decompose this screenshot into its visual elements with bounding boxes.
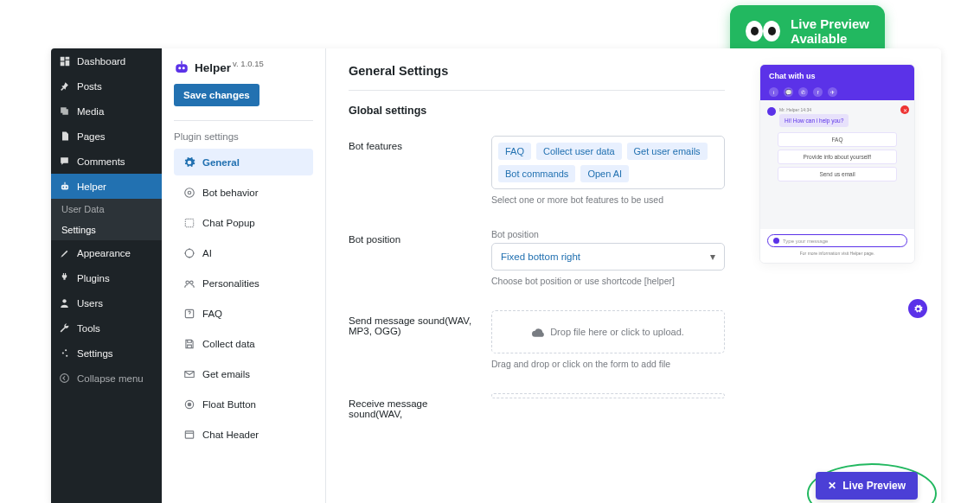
position-label: Bot position	[349, 229, 474, 245]
sidebar-item-appearance[interactable]: Appearance	[51, 240, 162, 265]
dropzone-help: Drag and drop or click on the form to ad…	[491, 359, 725, 369]
sliders-icon	[58, 347, 71, 360]
sidebar-label: Media	[77, 106, 104, 117]
sidebar-item-pages[interactable]: Pages	[51, 124, 162, 149]
sidebar-item-plugins[interactable]: Plugins	[51, 265, 162, 290]
sidebar-item-posts[interactable]: Posts	[51, 73, 162, 99]
nav-behavior[interactable]: Bot behavior	[174, 179, 313, 206]
page-icon	[58, 130, 71, 143]
collapse-icon	[58, 372, 71, 385]
send-sound-label: Send message sound(WAV, MP3, OGG)	[349, 310, 474, 336]
close-icon: ✕	[828, 480, 836, 492]
svg-point-1	[62, 186, 64, 188]
sidebar-label: Helper	[77, 181, 106, 192]
receive-sound-dropzone[interactable]	[491, 393, 725, 398]
nav-label: FAQ	[202, 309, 222, 319]
svg-point-11	[183, 67, 185, 69]
svg-point-14	[188, 191, 191, 194]
nav-label: Chat Header	[202, 430, 259, 440]
badge-line2: Available	[791, 31, 869, 46]
wrench-icon	[58, 322, 71, 334]
nav-popup[interactable]: Chat Popup	[174, 209, 313, 236]
phone-icon: ✆	[798, 87, 808, 97]
submenu-settings[interactable]: Settings	[51, 220, 162, 240]
feature-chip[interactable]: Open AI	[580, 165, 629, 182]
feature-chip[interactable]: FAQ	[498, 143, 531, 160]
svg-point-4	[62, 299, 66, 302]
robot-icon	[58, 180, 71, 193]
svg-point-8	[61, 374, 69, 383]
plugin-name: Helper	[195, 61, 231, 74]
popup-icon	[183, 216, 195, 229]
brush-icon	[58, 246, 71, 259]
preview-input[interactable]: Type your message	[767, 234, 907, 247]
preview-btn-email[interactable]: Send us email	[778, 167, 897, 181]
info-icon: i	[769, 87, 778, 97]
cloud-icon	[532, 328, 544, 337]
nav-ai[interactable]: AI	[174, 239, 313, 266]
receive-sound-label: Receive message sound(WAV,	[349, 393, 474, 419]
sidebar-submenu: User Data Settings	[51, 199, 162, 240]
save-icon	[183, 337, 195, 350]
preview-settings-button[interactable]	[908, 299, 927, 318]
sidebar-label: Plugins	[77, 273, 110, 283]
svg-point-16	[185, 249, 193, 257]
features-select[interactable]: FAQ Collect user data Get user emails Bo…	[491, 136, 725, 189]
input-dot-icon	[773, 238, 779, 244]
nav-faq[interactable]: FAQ	[174, 300, 313, 327]
send-sound-dropzone[interactable]: Drop file here or click to upload.	[491, 310, 725, 353]
preview-meta: Mr. Helper 14:34	[779, 107, 849, 112]
nav-emails[interactable]: Get emails	[174, 360, 313, 387]
gear-icon	[183, 156, 195, 169]
nav-label: Personalities	[202, 278, 259, 289]
nav-personalities[interactable]: Personalities	[174, 270, 313, 296]
nav-label: Chat Popup	[202, 218, 255, 228]
sidebar-item-tools[interactable]: Tools	[51, 315, 162, 341]
user-icon	[58, 296, 71, 309]
nav-collect[interactable]: Collect data	[174, 330, 313, 357]
wp-admin-sidebar: Dashboard Posts Media Pages Comments	[51, 48, 162, 503]
svg-point-10	[178, 67, 181, 69]
close-icon[interactable]: ✕	[900, 105, 909, 114]
nav-label: Float Button	[202, 399, 256, 410]
plugin-sidebar: Helperv. 1.0.15 Save changes Plugin sett…	[162, 48, 326, 503]
nav-label: Collect data	[202, 339, 255, 349]
position-select[interactable]: Fixed bottom right ▾	[491, 243, 725, 271]
sidebar-item-comments[interactable]: Comments	[51, 149, 162, 174]
svg-point-22	[188, 403, 191, 406]
avatar	[767, 107, 776, 116]
eyes-icon	[746, 21, 780, 41]
dashboard-icon	[58, 54, 71, 67]
svg-rect-15	[185, 219, 193, 226]
feature-chip[interactable]: Collect user data	[536, 143, 622, 160]
svg-rect-9	[176, 64, 188, 73]
live-preview-button[interactable]: ✕ Live Preview	[816, 472, 918, 500]
nav-label: General	[202, 157, 240, 168]
submenu-user-data[interactable]: User Data	[51, 199, 162, 220]
nav-general[interactable]: General	[174, 149, 313, 175]
chat-preview: Chat with us i 💬 ✆ f ✈ ✕ Mr. Helper 14	[759, 64, 915, 264]
pin-icon	[58, 80, 71, 92]
sidebar-collapse[interactable]: Collapse menu	[51, 366, 162, 391]
feature-chip[interactable]: Bot commands	[498, 165, 575, 182]
nav-label: Get emails	[202, 369, 250, 379]
ai-icon	[183, 246, 195, 259]
sidebar-item-settings[interactable]: Settings	[51, 341, 162, 366]
main-panel: General Settings Global settings Bot fea…	[326, 48, 941, 503]
preview-header: Chat with us	[769, 72, 906, 80]
sidebar-item-media[interactable]: Media	[51, 99, 162, 124]
sidebar-item-users[interactable]: Users	[51, 290, 162, 315]
sidebar-label: Collapse menu	[77, 373, 144, 384]
preview-btn-info[interactable]: Provide info about yourself!	[778, 150, 897, 164]
preview-btn-faq[interactable]: FAQ	[778, 132, 897, 147]
save-button[interactable]: Save changes	[174, 84, 259, 106]
comment-icon	[58, 155, 71, 168]
svg-point-2	[65, 186, 67, 188]
nav-header[interactable]: Chat Header	[174, 421, 313, 448]
feature-chip[interactable]: Get user emails	[627, 143, 708, 160]
sidebar-item-dashboard[interactable]: Dashboard	[51, 48, 162, 73]
float-icon	[183, 398, 195, 411]
chevron-down-icon: ▾	[710, 251, 715, 263]
sidebar-item-helper[interactable]: Helper	[51, 174, 162, 199]
nav-float[interactable]: Float Button	[174, 391, 313, 417]
